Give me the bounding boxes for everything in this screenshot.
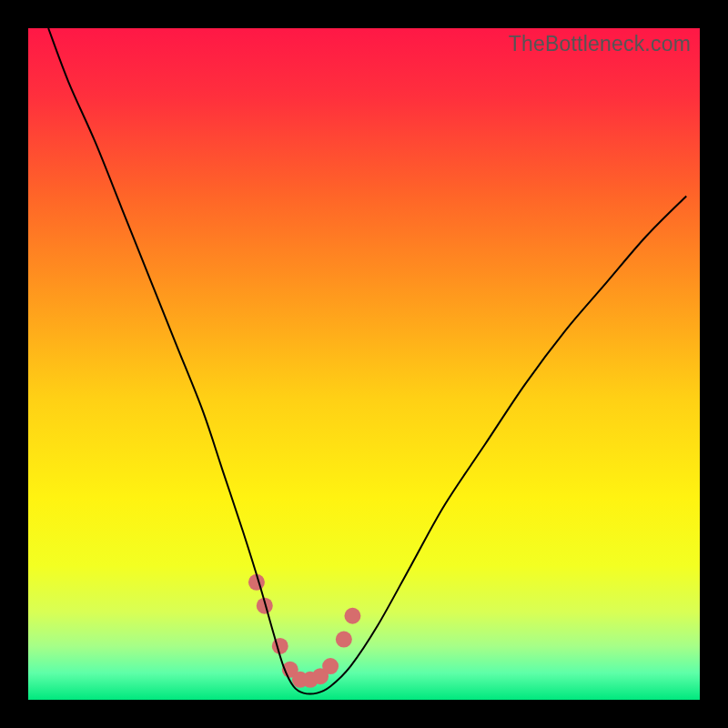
marker-layer bbox=[248, 574, 361, 688]
watermark-text: TheBottleneck.com bbox=[509, 32, 691, 56]
marker-dot bbox=[272, 638, 288, 654]
marker-dot bbox=[344, 608, 360, 624]
chart-svg bbox=[28, 28, 700, 700]
plot-area: TheBottleneck.com bbox=[28, 28, 700, 700]
bottleneck-curve bbox=[48, 28, 686, 694]
marker-dot bbox=[322, 658, 339, 674]
marker-dot bbox=[336, 632, 352, 648]
chart-frame: TheBottleneck.com bbox=[0, 0, 728, 728]
